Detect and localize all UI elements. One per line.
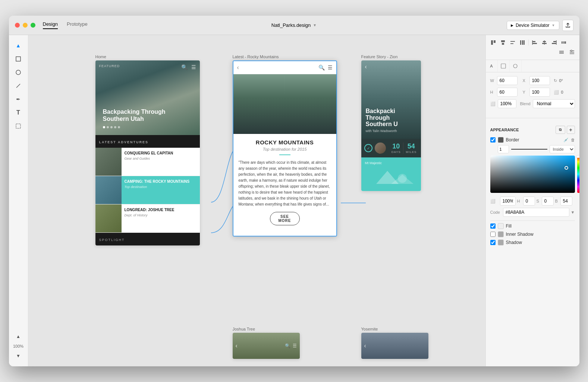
ellipse-tool[interactable] [12,66,24,78]
component-icon [15,123,21,129]
search-icon-center[interactable]: 🔍 [318,65,325,71]
tab-design[interactable]: A [486,60,498,72]
border-position-select[interactable]: Inside Outside Center [550,145,575,153]
zoom-level: 100% [13,344,23,348]
align-top-center[interactable] [499,38,507,47]
menu-icon-home[interactable]: ☰ [191,64,196,70]
search-icon-joshua[interactable]: 🔍 [285,343,290,348]
inner-shadow-swatch[interactable] [498,231,504,237]
rotate-value: 0° [559,78,563,83]
zoom-down-icon[interactable]: ▼ [12,350,24,362]
menu-icon-joshua[interactable]: ☰ [293,343,297,348]
rectangle-tool[interactable] [12,53,24,65]
blend-mode-select[interactable]: Normal Multiply Screen [533,99,575,108]
pen-tool[interactable]: ✒ [12,93,24,105]
ellipse-icon [15,69,21,75]
article-rocky-mountains[interactable]: CAMPING: THE ROCKY MOUNTAINS Top destina… [95,176,200,204]
share-button[interactable] [562,20,573,31]
align-distribute[interactable] [559,38,568,47]
height-input[interactable] [497,88,518,97]
opacity-pct-icon: ⬜ [490,199,499,204]
bottom-joshua-phone: ‹ 🔍 ☰ [233,333,300,359]
border-checkbox[interactable] [490,137,496,143]
border-line-preview [511,149,547,150]
zoom-up-icon[interactable]: ▲ [12,331,24,342]
w-label: W [490,78,495,83]
align-top-left[interactable] [489,38,498,47]
article-headline-1: CONQUERING EL CAPITAN [125,151,197,156]
align-left[interactable] [530,38,539,47]
see-more-container: SEE MORE [233,212,336,236]
opacity-input[interactable] [498,99,516,108]
home-frame-container: Home 🔍 ☰ FEATURED Backpacking Through So… [95,54,200,245]
svg-rect-10 [502,43,504,45]
search-icon-home[interactable]: 🔍 [181,64,188,70]
teal-title: Mt Majestic [365,161,417,165]
back-icon-yosemite[interactable]: ‹ [364,342,366,349]
hue-indicator [576,156,579,158]
back-icon-center[interactable]: ‹ [237,64,239,71]
fullscreen-button[interactable] [31,23,35,28]
color-spectrum[interactable] [490,156,575,193]
app-window: Design Prototype Natl_Parks.design ▼ ▶ D… [9,16,579,366]
layers-icon[interactable] [557,48,566,57]
b-input[interactable] [560,197,572,206]
canvas-area[interactable]: Home 🔍 ☰ FEATURED Backpacking Through So… [28,35,485,366]
tab-export[interactable] [510,60,522,72]
see-more-button[interactable]: SEE MORE [270,212,300,225]
color-code-input[interactable] [503,208,569,217]
file-dropdown-icon[interactable]: ▼ [313,23,317,27]
border-width-input[interactable] [498,145,509,153]
settings-icon[interactable] [567,48,576,57]
appearance-title: APPEARANCE [490,128,519,132]
x-input[interactable] [529,76,550,85]
minimize-button[interactable] [23,23,28,28]
article-joshua-tree[interactable]: LONGREAD: JOSHUE TREE Dept. of History [95,204,200,233]
align-toolbar [486,35,579,60]
color-code-dropdown[interactable]: ▼ [571,210,575,215]
component-tool[interactable] [12,120,24,132]
h-input[interactable] [523,197,535,206]
tab-text[interactable] [498,60,510,72]
align-cols[interactable] [518,38,527,47]
tab-design[interactable]: Design [43,21,58,29]
hsb-row: ⬜ H S B [490,197,575,206]
bottom-yosemite-phone: ‹ [361,333,428,359]
select-tool[interactable]: ▲ [12,40,24,51]
svg-rect-11 [510,41,515,42]
text-tool[interactable]: T [12,107,24,119]
shadow-checkbox[interactable] [490,240,496,245]
align-center-h[interactable] [540,38,549,47]
article-el-capitan[interactable]: CONQUERING EL CAPITAN Gear and Guides [95,148,200,176]
s-input[interactable] [542,197,554,206]
tab-prototype[interactable]: Prototype [67,21,88,29]
shadow-row: Shadow [490,239,575,245]
add-appearance-btn[interactable]: + [567,126,575,134]
y-input[interactable] [529,88,550,97]
line-tool[interactable] [12,80,24,92]
border-color-swatch[interactable] [498,137,504,143]
article-headline-3: LONGREAD: JOSHUE TREE [125,207,197,212]
copy-appearance-btn[interactable]: ⧉ [556,126,565,134]
width-input[interactable] [497,76,518,85]
delete-border-icon[interactable]: 🗑 [571,138,575,142]
svg-rect-34 [571,50,572,51]
close-button[interactable] [15,23,20,28]
device-simulator-button[interactable]: ▶ Device Simulator ▼ [507,21,559,30]
fill-checkbox[interactable] [490,223,496,229]
opacity-hsb-input[interactable] [500,197,516,206]
hue-bar[interactable] [577,156,579,193]
back-icon-right[interactable]: ‹ [365,63,367,70]
fill-color-swatch[interactable] [498,223,504,229]
bottom-yosemite-container: Yosemite ‹ [361,327,428,359]
inner-shadow-checkbox[interactable] [490,232,496,237]
svg-rect-17 [532,43,537,44]
eyedropper-icon[interactable]: 💉 [563,138,569,143]
appearance-section: APPEARANCE ⧉ + Border 💉 🗑 [486,120,579,251]
align-right[interactable] [550,38,559,47]
align-bar[interactable] [508,38,517,47]
shadow-swatch[interactable] [498,239,504,245]
svg-point-6 [398,174,407,183]
menu-icon-center[interactable]: ☰ [328,65,333,71]
back-icon-joshua[interactable]: ‹ [236,342,238,349]
